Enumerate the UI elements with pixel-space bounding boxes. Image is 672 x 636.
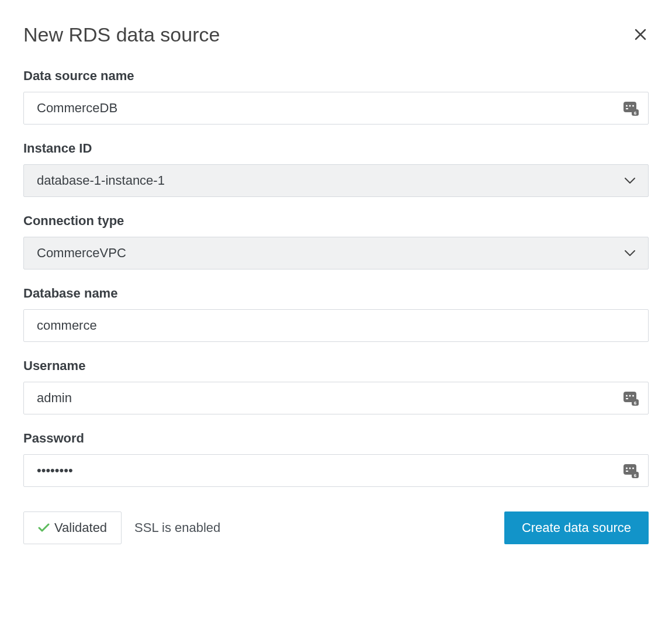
svg-point-15 <box>626 468 628 469</box>
password-input[interactable] <box>37 455 635 486</box>
connection-type-select[interactable]: CommerceVPC <box>23 237 649 269</box>
svg-text:6: 6 <box>634 110 637 116</box>
svg-rect-18 <box>626 471 628 472</box>
svg-rect-4 <box>626 108 628 109</box>
create-data-source-button[interactable]: Create data source <box>504 511 649 544</box>
data-source-name-input[interactable] <box>37 92 635 124</box>
footer-left-group: Validated SSL is enabled <box>23 511 220 544</box>
instance-id-value: database-1-instance-1 <box>37 173 165 188</box>
username-label: Username <box>23 358 649 374</box>
credential-manager-icon[interactable]: 6 <box>623 463 639 478</box>
svg-point-8 <box>626 395 628 397</box>
svg-text:6: 6 <box>634 400 637 406</box>
username-input[interactable] <box>37 382 635 414</box>
instance-id-select[interactable]: database-1-instance-1 <box>23 164 649 197</box>
svg-point-2 <box>629 105 631 107</box>
chevron-down-icon <box>625 178 635 184</box>
credential-manager-icon[interactable]: 6 <box>623 390 639 406</box>
connection-type-value: CommerceVPC <box>37 246 126 261</box>
field-password: Password 6 <box>23 431 649 487</box>
field-data-source-name: Data source name 6 <box>23 68 649 125</box>
validated-label: Validated <box>54 520 107 535</box>
data-source-name-label: Data source name <box>23 68 649 84</box>
chevron-down-icon <box>625 250 635 256</box>
database-name-label: Database name <box>23 286 649 301</box>
field-username: Username 6 <box>23 358 649 414</box>
field-database-name: Database name <box>23 286 649 342</box>
ssl-status-text: SSL is enabled <box>134 520 220 535</box>
database-name-input[interactable] <box>37 310 635 341</box>
dialog-header: New RDS data source <box>23 23 649 46</box>
page-title: New RDS data source <box>23 23 220 46</box>
svg-rect-11 <box>626 398 628 399</box>
close-icon[interactable] <box>632 25 649 45</box>
database-name-input-wrapper[interactable] <box>23 309 649 342</box>
data-source-name-input-wrapper[interactable]: 6 <box>23 92 649 125</box>
validated-button[interactable]: Validated <box>23 511 122 544</box>
field-connection-type: Connection type CommerceVPC <box>23 213 649 269</box>
credential-manager-icon[interactable]: 6 <box>623 101 639 116</box>
field-instance-id: Instance ID database-1-instance-1 <box>23 141 649 197</box>
check-icon <box>38 523 50 533</box>
password-label: Password <box>23 431 649 446</box>
password-input-wrapper[interactable]: 6 <box>23 454 649 487</box>
svg-point-3 <box>632 105 634 107</box>
svg-point-10 <box>632 395 634 397</box>
dialog-footer: Validated SSL is enabled Create data sou… <box>23 511 649 544</box>
svg-point-1 <box>626 105 628 107</box>
svg-point-9 <box>629 395 631 397</box>
svg-text:6: 6 <box>634 473 637 478</box>
instance-id-label: Instance ID <box>23 141 649 156</box>
connection-type-label: Connection type <box>23 213 649 229</box>
username-input-wrapper[interactable]: 6 <box>23 382 649 414</box>
svg-point-16 <box>629 468 631 469</box>
svg-point-17 <box>632 468 634 469</box>
